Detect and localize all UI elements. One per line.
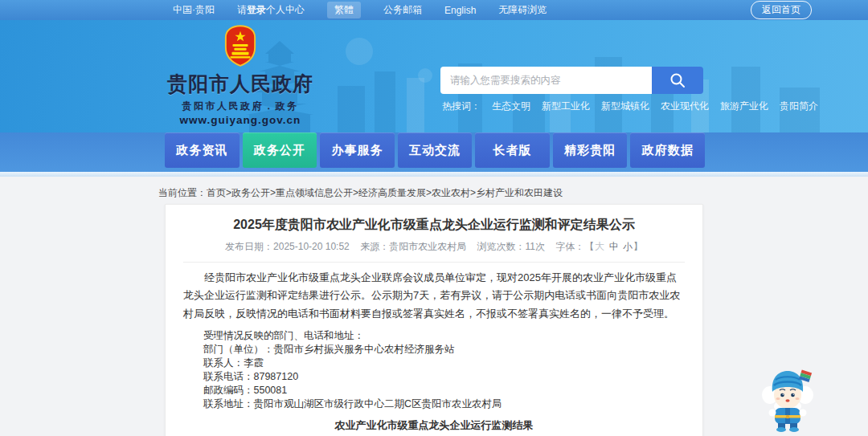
header-banner: 贵阳市人民政府 贵阳市人民政府．政务 www.guiyang.gov.cn 热搜…: [0, 20, 868, 132]
breadcrumb-label: 当前位置：: [158, 187, 207, 198]
article-source: 来源：贵阳市农业农村局: [360, 241, 466, 252]
hot-search-item-guiyang-intro[interactable]: 贵阳简介: [780, 100, 818, 113]
topbar-link-accessibility[interactable]: 无障碍浏览: [498, 3, 547, 17]
topbar-link-traditional-chinese[interactable]: 繁體: [327, 2, 361, 18]
article-panel: 2025年度贵阳市农业产业化市级重点龙头企业运行监测和评定结果公示 发布日期：2…: [165, 204, 703, 436]
breadcrumb-path[interactable]: 首页>政务公开>重点领域信息公开>经济高质量发展>农业农村>乡村产业和农田建设: [207, 187, 563, 198]
article-paragraph: 联系地址：贵阳市观山湖区市级行政中心二期C区贵阳市农业农村局: [183, 397, 685, 411]
article-paragraph: 联系电话：87987120: [183, 370, 685, 384]
login-bold: 登录: [247, 4, 266, 15]
mascot-widget[interactable]: [758, 361, 817, 434]
font-size-large-button[interactable]: 大: [595, 241, 604, 252]
hot-search-item-industrialization[interactable]: 新型工业化: [542, 100, 590, 113]
site-subtitle: 贵阳市人民政府．政务: [163, 100, 317, 113]
article-paragraph: 部门（单位）：贵阳市乡村振兴服务中心农村经济服务站: [183, 343, 685, 357]
table-caption: 农业产业化市级重点龙头企业运行监测结果: [183, 418, 685, 433]
article-meta: 发布日期：2025-10-20 10:52 来源：贵阳市农业农村局 浏览次数：1…: [183, 240, 685, 263]
hot-search-item-urbanization[interactable]: 新型城镇化: [601, 100, 649, 113]
article-paragraph: 联系人：李霞: [183, 357, 685, 370]
search-bar: [440, 67, 703, 94]
nav-tab-government-data[interactable]: 政府数据: [630, 132, 705, 168]
nav-tab-wonderful-guiyang[interactable]: 精彩贵阳: [553, 132, 628, 168]
nav-tab-elderly-version[interactable]: 长者版: [475, 132, 550, 168]
top-utility-bar: 中国·贵阳 请登录个人中心 繁體 公务邮箱 English 无障碍浏览 返回首页: [0, 0, 868, 20]
nav-tab-government-disclosure[interactable]: 政务公开: [243, 132, 317, 168]
breadcrumb: 当前位置：首页>政务公开>重点领域信息公开>经济高质量发展>农业农村>乡村产业和…: [158, 186, 563, 200]
article-paragraph: 邮政编码：550081: [183, 384, 685, 397]
main-navigation: 政务资讯 政务公开 办事服务 互动交流 长者版 精彩贵阳 政府数据: [0, 132, 868, 172]
return-home-button[interactable]: 返回首页: [751, 1, 812, 19]
bokeh-light: [346, 38, 373, 65]
site-title: 贵阳市人民政府: [163, 71, 317, 97]
search-icon: [669, 71, 686, 89]
font-size-control: 字体：【大 中 小】: [555, 241, 643, 252]
bracket: 【: [584, 241, 594, 252]
search-button[interactable]: [652, 67, 703, 94]
login-pre: 请: [237, 4, 247, 15]
nav-tab-interaction[interactable]: 互动交流: [398, 132, 473, 168]
font-size-medium-button[interactable]: 中: [609, 241, 619, 252]
national-emblem-icon: [223, 25, 257, 67]
hot-search-item-tourism[interactable]: 旅游产业化: [720, 100, 768, 113]
login-post: 个人中心: [266, 4, 305, 15]
topbar-link-english[interactable]: English: [444, 5, 476, 16]
font-size-small-button[interactable]: 小: [623, 241, 633, 252]
site-logo[interactable]: 贵阳市人民政府 贵阳市人民政府．政务 www.guiyang.gov.cn: [163, 25, 317, 126]
search-input[interactable]: [440, 67, 652, 94]
hot-search-item-agriculture[interactable]: 农业现代化: [661, 100, 709, 113]
nav-tab-services[interactable]: 办事服务: [320, 132, 395, 168]
article-paragraph: 经贵阳市农业产业化市级重点龙头企业联席会议成员单位审定，现对2025年开展的农业…: [183, 269, 685, 322]
topbar-link-china-guiyang[interactable]: 中国·贵阳: [173, 3, 215, 17]
site-url: www.guiyang.gov.cn: [163, 114, 317, 126]
content-area: 当前位置：首页>政务公开>重点领域信息公开>经济高质量发展>农业农村>乡村产业和…: [0, 177, 868, 436]
topbar-link-login[interactable]: 请登录个人中心: [237, 3, 305, 17]
publish-date: 发布日期：2025-10-20 10:52: [225, 241, 350, 252]
hot-search-item-ecology[interactable]: 生态文明: [492, 100, 530, 113]
font-size-label: 字体：: [555, 241, 584, 252]
bracket: 】: [633, 241, 643, 252]
article-title: 2025年度贵阳市农业产业化市级重点龙头企业运行监测和评定结果公示: [183, 216, 685, 234]
topbar-link-official-mail[interactable]: 公务邮箱: [383, 3, 422, 17]
hot-search-row: 热搜词： 生态文明 新型工业化 新型城镇化 农业现代化 旅游产业化 贵阳简介: [442, 100, 818, 113]
article-paragraph: 受理情况反映的部门、电话和地址：: [183, 329, 685, 343]
nav-tab-government-news[interactable]: 政务资讯: [165, 132, 240, 168]
hot-search-label: 热搜词：: [442, 100, 481, 113]
bokeh-light: [418, 68, 432, 83]
article-body: 经贵阳市农业产业化市级重点龙头企业联席会议成员单位审定，现对2025年开展的农业…: [183, 269, 685, 410]
view-count: 浏览次数：11次: [477, 241, 544, 252]
guiyang-mascot-icon: [758, 361, 817, 434]
